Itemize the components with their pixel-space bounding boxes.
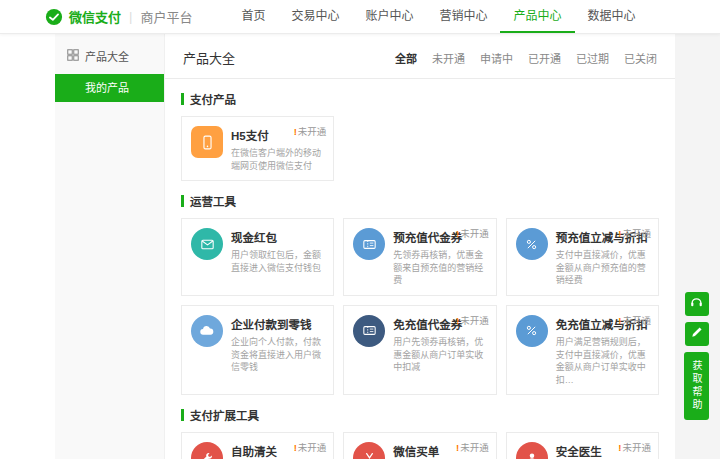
status-badge: !未开通: [294, 124, 327, 138]
exclamation-icon: !: [456, 228, 459, 239]
badge-label: 未开通: [622, 228, 651, 239]
nav-item[interactable]: 首页: [228, 0, 278, 33]
exclamation-icon: !: [294, 126, 297, 137]
coupon-icon: [353, 228, 385, 260]
status-badge: !未开通: [294, 440, 327, 454]
badge-label: 未开通: [298, 126, 327, 137]
exclamation-icon: !: [456, 315, 459, 326]
exclamation-icon: !: [618, 228, 621, 239]
badge-label: 未开通: [622, 315, 651, 326]
status-badge: !未开通: [618, 226, 651, 240]
product-card[interactable]: 安全医生为商户发起的微信支付行业内风险扫描服务，安全诊断，出具修复建议!未开通: [506, 432, 659, 459]
sidebar-item-my-products[interactable]: 我的产品: [55, 74, 164, 102]
nav-item[interactable]: 产品中心: [500, 0, 574, 33]
status-badge: !未开通: [456, 440, 489, 454]
filter-link[interactable]: 已关闭: [624, 50, 657, 66]
section-accent-bar: [181, 409, 184, 421]
card-grid: H5支付在微信客户端外的移动端网页使用微信支付!未开通: [181, 116, 659, 181]
topbar: 微信支付 | 商户平台 首页交易中心账户中心营销中心产品中心数据中心: [0, 0, 720, 34]
wechat-pay-logo-icon: [45, 8, 63, 26]
feedback-icon: [690, 325, 704, 343]
section-title: 支付扩展工具: [181, 407, 659, 423]
status-badge: !未开通: [456, 226, 489, 240]
nav-item[interactable]: 营销中心: [426, 0, 500, 33]
sidebar: 产品大全 我的产品: [55, 34, 165, 459]
portal-name: 商户平台: [140, 7, 192, 26]
product-section: 运营工具现金红包用户领取红包后，金额直接进入微信支付钱包预充值代金券先领券再核销…: [181, 193, 659, 395]
status-badge: !未开通: [618, 313, 651, 327]
card-description: 用户领取红包后，金额直接进入微信支付钱包: [231, 249, 324, 274]
badge-label: 未开通: [460, 228, 489, 239]
product-card[interactable]: H5支付在微信客户端外的移动端网页使用微信支付!未开通: [181, 116, 334, 181]
sidebar-header-label: 产品大全: [85, 48, 129, 64]
customer-service-button[interactable]: [685, 292, 709, 316]
product-card[interactable]: 预充值代金券先领券再核销，优惠金额来自预充值的营销经费!未开通: [343, 218, 496, 296]
exclamation-icon: !: [618, 442, 621, 453]
product-card[interactable]: 企业付款到零钱企业向个人付款，付款资金将直接进入用户微信零钱: [181, 305, 334, 395]
badge-label: 未开通: [460, 315, 489, 326]
discount-icon: [516, 315, 548, 347]
customer-service-icon: [689, 295, 704, 314]
filter-link[interactable]: 申请中: [480, 50, 513, 66]
feedback-button[interactable]: [685, 322, 709, 346]
left-gutter: [0, 34, 55, 459]
product-card[interactable]: 免充值立减与折扣用户满足营销规则后，支付中直接减价，优惠金额从商户订单实收中扣……: [506, 305, 659, 395]
main-panel: 产品大全 全部未开通申请中已开通已过期已关闭 支付产品H5支付在微信客户端外的移…: [165, 34, 675, 459]
filter-link[interactable]: 全部: [395, 50, 417, 66]
card-description: 用户先领券再核销，优惠金额从商户订单实收中扣减: [393, 336, 486, 374]
section-label: 支付产品: [190, 91, 236, 107]
brand-name: 微信支付: [69, 7, 121, 26]
card-description: 企业向个人付款，付款资金将直接进入用户微信零钱: [231, 336, 324, 374]
nav-item[interactable]: 数据中心: [575, 0, 649, 33]
logo[interactable]: 微信支付 | 商户平台: [45, 0, 192, 33]
card-description: 先领券再核销，优惠金额来自预充值的营销经费: [393, 249, 486, 287]
product-card[interactable]: 现金红包用户领取红包后，金额直接进入微信支付钱包: [181, 218, 334, 296]
product-section: 支付产品H5支付在微信客户端外的移动端网页使用微信支付!未开通: [181, 91, 659, 181]
status-badge: !未开通: [618, 440, 651, 454]
redpacket-icon: [191, 228, 223, 260]
floating-toolbar: 获取帮助: [684, 292, 709, 420]
exclamation-icon: !: [456, 442, 459, 453]
card-description: 用户满足营销规则后，支付中直接减价，优惠金额从商户订单实收中扣…: [556, 336, 649, 386]
filter-link[interactable]: 已过期: [576, 50, 609, 66]
top-nav: 首页交易中心账户中心营销中心产品中心数据中心: [228, 0, 648, 33]
page-title: 产品大全: [183, 48, 235, 67]
right-gutter: 获取帮助: [675, 34, 720, 459]
sidebar-header: 产品大全: [55, 34, 164, 74]
card-description: 在微信客户端外的移动端网页使用微信支付: [231, 147, 324, 172]
section-accent-bar: [181, 195, 184, 207]
page-body: 产品大全 我的产品 产品大全 全部未开通申请中已开通已过期已关闭 支付产品H5支…: [0, 34, 720, 459]
card-grid: 自助清关通过接口，直接将商品的支付信息发送至海关，提高报关效率!未开通微信买单无…: [181, 432, 659, 459]
exclamation-icon: !: [618, 315, 621, 326]
sidebar-item-label: 我的产品: [85, 82, 129, 94]
product-card[interactable]: 微信买单无需开发，通过手机就能完成相关交易设置并实现支付收款，对账等操作!未开通: [343, 432, 496, 459]
discount-icon: [516, 228, 548, 260]
filter-link[interactable]: 已开通: [528, 50, 561, 66]
badge-label: 未开通: [460, 442, 489, 453]
logo-divider: |: [129, 9, 132, 24]
mobile-icon: [191, 126, 223, 158]
section-label: 运营工具: [190, 193, 236, 209]
card-grid: 现金红包用户领取红包后，金额直接进入微信支付钱包预充值代金券先领券再核销，优惠金…: [181, 218, 659, 395]
sections: 支付产品H5支付在微信客户端外的移动端网页使用微信支付!未开通运营工具现金红包用…: [165, 79, 675, 459]
get-help-button[interactable]: 获取帮助: [684, 352, 709, 420]
badge-label: 未开通: [298, 442, 327, 453]
filter-link[interactable]: 未开通: [432, 50, 465, 66]
product-card[interactable]: 免充值代金券用户先领券再核销，优惠金额从商户订单实收中扣减!未开通: [343, 305, 496, 395]
coupon-icon: [353, 315, 385, 347]
cloud-icon: [191, 315, 223, 347]
status-badge: !未开通: [456, 313, 489, 327]
exclamation-icon: !: [294, 442, 297, 453]
section-title: 运营工具: [181, 193, 659, 209]
section-accent-bar: [181, 93, 184, 105]
nav-item[interactable]: 交易中心: [278, 0, 352, 33]
product-card[interactable]: 自助清关通过接口，直接将商品的支付信息发送至海关，提高报关效率!未开通: [181, 432, 334, 459]
main-header: 产品大全 全部未开通申请中已开通已过期已关闭: [165, 34, 675, 79]
product-card[interactable]: 预充值立减与折扣支付中直接减价，优惠金额从商户预充值的营销经费!未开通: [506, 218, 659, 296]
nav-item[interactable]: 账户中心: [352, 0, 426, 33]
grid-icon: [67, 49, 79, 63]
section-title: 支付产品: [181, 91, 659, 107]
badge-label: 未开通: [622, 442, 651, 453]
status-filters: 全部未开通申请中已开通已过期已关闭: [395, 50, 657, 66]
card-description: 支付中直接减价，优惠金额从商户预充值的营销经费: [556, 249, 649, 287]
